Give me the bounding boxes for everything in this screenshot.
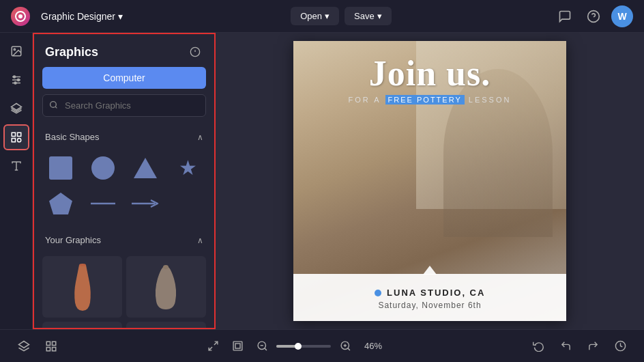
svg-point-22 [50,101,57,107]
your-graphics-label: Your Graphics [45,235,101,245]
layers-toggle-button[interactable] [14,336,34,357]
canvas-image[interactable]: Join us. FOR A FREE POTTERY LESSON LUNA … [293,41,566,321]
shape-circle[interactable] [85,153,121,183]
open-label: Open [300,11,322,21]
location-dot-icon [375,290,381,296]
pottery-bottom-card: LUNA STUDIO, CA Saturday, November 6th [293,274,566,321]
your-graphics-grid [34,251,214,329]
panel-info-button[interactable] [187,44,203,60]
app-title-label: Graphic Designer [41,11,115,22]
svg-rect-35 [53,347,56,350]
header-left: Graphic Designer ▾ [11,7,128,26]
shape-pentagon[interactable] [42,189,79,219]
help-button[interactable] [583,5,604,27]
zoom-in-button[interactable] [335,336,355,357]
avatar-button[interactable]: W [611,5,633,27]
svg-line-44 [347,348,349,350]
subtitle-row: FOR A FREE POTTERY LESSON [293,95,566,105]
sidebar-item-graphics[interactable] [3,124,29,150]
svg-line-23 [55,107,57,108]
svg-point-27 [163,265,169,269]
svg-point-16 [17,139,20,142]
svg-point-9 [13,76,15,78]
shape-star[interactable]: ★ [169,153,206,183]
location-text: LUNA STUDIO, CA [307,286,553,298]
canvas-area: Join us. FOR A FREE POTTERY LESSON LUNA … [216,33,644,329]
app-title-chevron: ▾ [118,11,123,22]
main-layout: Graphics Computer Basic Shapes [0,33,644,329]
panel-header: Graphics [34,34,214,67]
svg-rect-39 [235,344,239,348]
panel-title: Graphics [45,45,98,59]
icon-sidebar [0,33,33,329]
svg-rect-34 [46,347,50,350]
location-triangle-icon [423,266,437,275]
svg-point-11 [14,82,16,84]
chat-button[interactable] [554,5,576,27]
toolbar-center: 46% [203,336,387,357]
canvas-wrapper: Join us. FOR A FREE POTTERY LESSON LUNA … [293,41,566,321]
canvas-title-area: Join us. FOR A FREE POTTERY LESSON [293,53,566,105]
svg-point-26 [79,264,86,266]
svg-line-36 [214,342,217,345]
bottom-toolbar: 46% [0,329,644,362]
svg-rect-38 [233,342,242,350]
history-button[interactable] [610,336,630,357]
svg-line-37 [209,347,212,350]
svg-line-41 [264,348,266,350]
svg-rect-14 [17,133,20,136]
save-label: Save [354,11,375,21]
back-button[interactable] [555,336,576,357]
header-center: Open ▾ Save ▾ [291,7,391,25]
basic-shapes-label: Basic Shapes [45,132,100,142]
pottery-design: Join us. FOR A FREE POTTERY LESSON LUNA … [293,41,566,321]
header-right: W [554,5,633,27]
toolbar-right [528,336,630,357]
sidebar-item-layers[interactable] [3,96,29,122]
toolbar-left [14,336,61,357]
computer-button[interactable]: Computer [42,67,206,89]
fullscreen-button[interactable] [203,336,223,357]
search-input[interactable] [42,94,206,117]
grid-toggle-button[interactable] [41,336,61,357]
graphic-item-round-vase[interactable] [126,256,206,318]
shape-triangle[interactable] [127,153,164,183]
graphic-item-orange-sphere[interactable] [126,322,206,329]
svg-rect-13 [12,133,15,136]
fit-button[interactable] [227,336,248,357]
save-chevron: ▾ [377,11,382,21]
save-button[interactable]: Save ▾ [345,7,392,25]
shape-line[interactable] [85,189,121,219]
app-title-button[interactable]: Graphic Designer ▾ [35,8,128,25]
shape-arrow[interactable] [127,189,164,219]
subtitle-highlight: FREE POTTERY [385,95,465,105]
zoom-slider[interactable] [276,345,331,348]
basic-shapes-chevron: ∧ [197,133,203,142]
svg-point-1 [18,14,23,18]
svg-rect-33 [53,342,56,345]
basic-shapes-section-header[interactable]: Basic Shapes ∧ [34,126,214,148]
graphic-item-tall-vase[interactable] [42,256,122,318]
join-us-text: Join us. [293,53,566,94]
shape-empty [169,189,206,219]
header: Graphic Designer ▾ Open ▾ Save ▾ W [0,0,644,33]
subtitle-post: LESSON [469,96,512,104]
svg-rect-15 [12,139,15,142]
svg-rect-32 [46,342,50,345]
your-graphics-section-header[interactable]: Your Graphics ∧ [34,229,214,251]
shape-square[interactable] [42,153,79,183]
zoom-slider-thumb[interactable] [295,343,302,350]
date-text: Saturday, November 6th [307,301,553,310]
undo-button[interactable] [528,336,548,357]
forward-button[interactable] [583,336,603,357]
svg-point-5 [14,48,15,50]
svg-marker-31 [19,341,29,348]
search-icon [49,100,58,111]
subtitle-pre: FOR A [349,96,381,104]
open-button[interactable]: Open ▾ [291,7,339,25]
sidebar-item-sliders[interactable] [3,67,29,93]
sidebar-item-image[interactable] [3,38,29,64]
sidebar-item-text[interactable] [3,153,29,179]
graphic-item-flat-bowl[interactable] [42,322,122,329]
zoom-out-button[interactable] [252,336,272,357]
